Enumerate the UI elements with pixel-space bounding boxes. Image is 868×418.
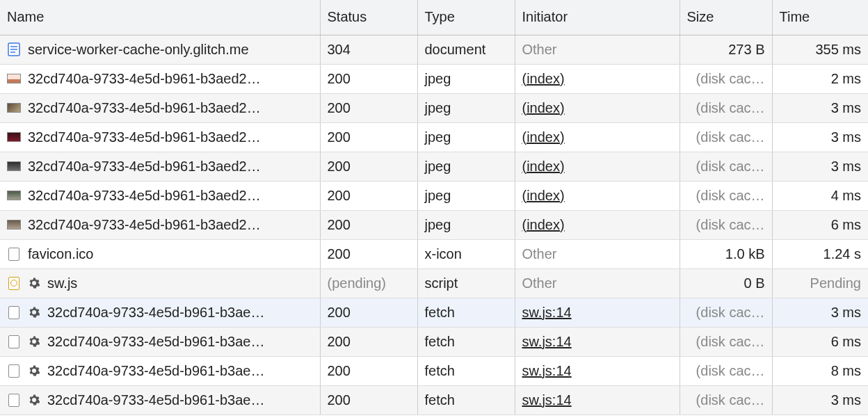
request-status: 200	[320, 356, 417, 385]
request-type: jpeg	[417, 152, 515, 181]
table-row[interactable]: 32cd740a-9733-4e5d-b961-b3ae…200fetchsw.…	[0, 298, 868, 327]
initiator-link[interactable]: sw.js:14	[522, 305, 572, 320]
request-name: 32cd740a-9733-4e5d-b961-b3ae…	[47, 363, 313, 379]
request-time: 3 ms	[772, 385, 868, 415]
network-table[interactable]: Name Status Type Initiator Size Time ser…	[0, 0, 868, 415]
request-name: service-worker-cache-only.glitch.me	[28, 42, 313, 58]
request-status: 200	[320, 385, 417, 415]
col-header-name[interactable]: Name	[0, 0, 320, 35]
request-time: 4 ms	[772, 181, 868, 210]
initiator-link[interactable]: sw.js:14	[522, 392, 572, 408]
request-size: (disk cac…	[680, 385, 772, 415]
request-type: fetch	[417, 356, 515, 385]
initiator-link[interactable]: sw.js:14	[522, 334, 572, 349]
col-header-time[interactable]: Time	[772, 0, 868, 35]
service-worker-gear-icon	[28, 307, 40, 318]
table-row[interactable]: 32cd740a-9733-4e5d-b961-b3aed2…200jpeg(i…	[0, 181, 868, 210]
request-name: 32cd740a-9733-4e5d-b961-b3ae…	[47, 305, 313, 321]
table-header: Name Status Type Initiator Size Time	[0, 0, 868, 35]
table-row[interactable]: 32cd740a-9733-4e5d-b961-b3aed2…200jpeg(i…	[0, 122, 868, 152]
request-status: 200	[320, 210, 417, 239]
request-time: 3 ms	[772, 152, 868, 181]
request-status: 200	[320, 122, 417, 152]
request-name: 32cd740a-9733-4e5d-b961-b3ae…	[47, 392, 313, 408]
image-thumbnail-icon	[7, 218, 21, 232]
table-row[interactable]: 32cd740a-9733-4e5d-b961-b3ae…200fetchsw.…	[0, 356, 868, 385]
table-row[interactable]: 32cd740a-9733-4e5d-b961-b3ae…200fetchsw.…	[0, 385, 868, 415]
image-thumbnail-icon	[7, 101, 21, 115]
col-header-type[interactable]: Type	[417, 0, 515, 35]
request-status: 200	[320, 327, 417, 356]
table-row[interactable]: sw.js(pending)scriptOther0 BPending	[0, 268, 868, 298]
request-time: 3 ms	[772, 298, 868, 327]
initiator-link[interactable]: (index)	[522, 100, 565, 115]
table-body: service-worker-cache-only.glitch.me304do…	[0, 35, 868, 415]
request-type: fetch	[417, 385, 515, 415]
request-status: 200	[320, 152, 417, 181]
service-worker-gear-icon	[28, 365, 40, 376]
request-status: 200	[320, 181, 417, 210]
request-size: (disk cac…	[680, 64, 772, 93]
table-row[interactable]: 32cd740a-9733-4e5d-b961-b3ae…200fetchsw.…	[0, 327, 868, 356]
request-size: (disk cac…	[680, 181, 772, 210]
request-type: jpeg	[417, 64, 515, 93]
file-icon	[7, 305, 21, 319]
service-worker-gear-icon	[28, 394, 40, 405]
col-header-initiator[interactable]: Initiator	[515, 0, 680, 35]
request-status: 200	[320, 93, 417, 122]
initiator-text: Other	[515, 239, 680, 268]
script-file-icon	[7, 276, 21, 290]
table-row[interactable]: favicon.ico200x-iconOther1.0 kB1.24 s	[0, 239, 868, 268]
request-size: (disk cac…	[680, 152, 772, 181]
table-row[interactable]: 32cd740a-9733-4e5d-b961-b3aed2…200jpeg(i…	[0, 64, 868, 93]
request-size: (disk cac…	[680, 327, 772, 356]
initiator-link[interactable]: (index)	[522, 159, 565, 174]
request-time: 1.24 s	[772, 239, 868, 268]
request-size: (disk cac…	[680, 93, 772, 122]
request-size: (disk cac…	[680, 210, 772, 239]
request-name: 32cd740a-9733-4e5d-b961-b3aed2…	[28, 100, 313, 116]
request-size: 0 B	[680, 268, 772, 298]
table-row[interactable]: 32cd740a-9733-4e5d-b961-b3aed2…200jpeg(i…	[0, 93, 868, 122]
request-status: 200	[320, 298, 417, 327]
initiator-text: Other	[515, 35, 680, 64]
initiator-link[interactable]: (index)	[522, 129, 565, 145]
image-thumbnail-icon	[7, 130, 21, 144]
request-name: 32cd740a-9733-4e5d-b961-b3ae…	[47, 334, 313, 350]
file-icon	[7, 335, 21, 348]
request-type: document	[417, 35, 515, 64]
initiator-link[interactable]: (index)	[522, 217, 565, 232]
request-time: 3 ms	[772, 122, 868, 152]
initiator-link[interactable]: (index)	[522, 71, 565, 86]
initiator-text: Other	[515, 268, 680, 298]
request-name: sw.js	[47, 275, 313, 291]
initiator-link[interactable]: (index)	[522, 188, 565, 203]
request-name: 32cd740a-9733-4e5d-b961-b3aed2…	[28, 159, 313, 175]
request-status: 304	[320, 35, 417, 64]
initiator-link[interactable]: sw.js:14	[522, 363, 572, 378]
document-icon	[7, 42, 21, 56]
request-time: Pending	[772, 268, 868, 298]
table-row[interactable]: 32cd740a-9733-4e5d-b961-b3aed2…200jpeg(i…	[0, 210, 868, 239]
request-type: x-icon	[417, 239, 515, 268]
request-time: 3 ms	[772, 93, 868, 122]
request-time: 8 ms	[772, 356, 868, 385]
request-type: jpeg	[417, 210, 515, 239]
request-type: fetch	[417, 327, 515, 356]
request-size: (disk cac…	[680, 356, 772, 385]
request-time: 6 ms	[772, 327, 868, 356]
col-header-status[interactable]: Status	[320, 0, 417, 35]
table-row[interactable]: 32cd740a-9733-4e5d-b961-b3aed2…200jpeg(i…	[0, 152, 868, 181]
request-time: 2 ms	[772, 64, 868, 93]
request-status: 200	[320, 239, 417, 268]
request-size: 1.0 kB	[680, 239, 772, 268]
file-icon	[7, 393, 21, 407]
col-header-size[interactable]: Size	[680, 0, 772, 35]
request-type: script	[417, 268, 515, 298]
image-thumbnail-icon	[7, 159, 21, 173]
request-name: 32cd740a-9733-4e5d-b961-b3aed2…	[28, 71, 313, 87]
table-row[interactable]: service-worker-cache-only.glitch.me304do…	[0, 35, 868, 64]
file-icon	[7, 364, 21, 378]
file-icon	[7, 247, 21, 261]
request-size: (disk cac…	[680, 298, 772, 327]
